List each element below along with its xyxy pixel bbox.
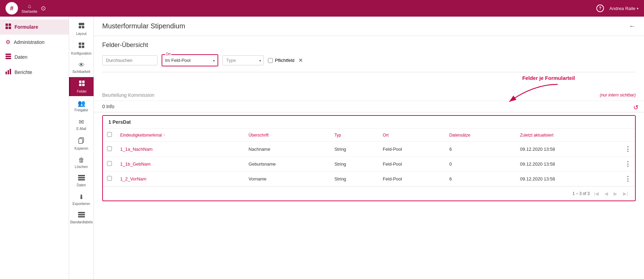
type-dropdown[interactable]: Type String Number Date Boolean <box>222 55 264 65</box>
ort-label: Ort <box>165 52 171 56</box>
row1-checkbox[interactable] <box>107 146 112 151</box>
svg-rect-1 <box>9 24 11 26</box>
row3-checkbox[interactable] <box>107 176 112 181</box>
sidebar-item-berichte[interactable]: Berichte <box>0 65 69 80</box>
table-row: 1_1a_NachNam Nachname String Feld-Pool 6… <box>103 142 635 157</box>
sort-icon-eindeutigkeit[interactable]: ↑ <box>163 133 165 137</box>
icon-sidebar-sichtbarkeit[interactable]: 👁 Sichtbarkeit <box>69 59 94 76</box>
row2-ueberschrift: Geburtsname <box>244 157 330 171</box>
annotation-area: Felder je Formularteil <box>94 72 644 90</box>
table-row: 1_1b_GebNam Geburtsname String Feld-Pool… <box>103 157 635 171</box>
sidebar-berichte-label: Berichte <box>15 69 32 75</box>
sidebar-formulare-label: Formulare <box>15 24 38 30</box>
row1-more-button[interactable]: ⋮ <box>625 146 631 152</box>
layout-icon <box>78 22 85 31</box>
pflichtfeld-checkbox[interactable] <box>268 58 273 63</box>
sidebar-item-formulare[interactable]: Formulare <box>0 19 69 35</box>
svg-rect-5 <box>6 56 11 57</box>
beurteilung-text: Beurteilung Kommission <box>102 92 154 98</box>
loeschen-label: Löschen <box>75 165 88 169</box>
icon-sidebar-layout[interactable]: Layout <box>69 19 94 38</box>
svg-rect-2 <box>6 27 8 29</box>
type-filter-wrapper: Type String Number Date Boolean ▾ <box>222 55 264 65</box>
col-eindeutigkeit: Eindeutigkeitsmerkmal ↑ <box>116 129 244 142</box>
back-button[interactable]: ← <box>629 22 636 30</box>
select-all-header <box>103 129 116 142</box>
kopieren-icon <box>78 137 85 146</box>
info-text: 0 Info <box>102 104 114 109</box>
row2-checkbox[interactable] <box>107 161 112 166</box>
icon-sidebar-loeschen[interactable]: 🗑 Löschen <box>69 154 94 171</box>
loeschen-icon: 🗑 <box>78 157 85 164</box>
pagination-prev[interactable]: ◀ <box>603 190 609 197</box>
standardlabels-label: Standardlabels <box>70 220 93 224</box>
topbar-home-button[interactable]: ⌂ Startseite <box>21 3 37 13</box>
topbar-center-icon[interactable]: ⊙ <box>41 4 46 12</box>
formulare-icon <box>6 24 11 30</box>
annotation-arrow <box>499 83 561 103</box>
main-layout: Formulare ⚙ Administration Daten Bericht… <box>0 17 644 279</box>
konfiguration-icon <box>78 42 85 50</box>
table-header: Eindeutigkeitsmerkmal ↑ Überschrift Typ … <box>103 129 635 142</box>
icon-sidebar-felder[interactable]: Felder <box>69 77 94 96</box>
col-datensaetze-label: Datensätze <box>449 133 470 138</box>
row1-ort: Feld-Pool <box>379 142 445 157</box>
user-name: Andrea Raile <box>609 6 635 11</box>
search-input[interactable] <box>102 55 157 65</box>
pagination-first[interactable]: |◀ <box>593 190 600 197</box>
svg-rect-15 <box>79 46 81 48</box>
svg-rect-26 <box>78 212 85 213</box>
row3-eindeutigkeit[interactable]: 1_2_VorNam <box>116 171 244 186</box>
filter-clear-button[interactable]: ✕ <box>298 57 303 64</box>
svg-rect-19 <box>79 84 81 86</box>
col-actions-header <box>621 129 635 142</box>
select-all-checkbox[interactable] <box>107 132 112 137</box>
refresh-button[interactable]: ↺ <box>633 104 638 111</box>
row3-checkbox-cell <box>103 171 116 186</box>
berichte-icon <box>6 69 11 76</box>
administration-icon: ⚙ <box>6 39 10 45</box>
svg-rect-14 <box>82 43 84 45</box>
row2-datensaetze: 0 <box>445 157 516 171</box>
sidebar-item-administration[interactable]: ⚙ Administration <box>0 35 69 49</box>
row3-zuletzt: 09.12.2020 13:58 <box>516 171 621 186</box>
topbar-logo[interactable]: # <box>6 2 18 15</box>
pagination-next[interactable]: ▶ <box>612 190 619 197</box>
row3-more-button[interactable]: ⋮ <box>625 175 631 182</box>
row3-typ: String <box>330 171 378 186</box>
row2-eindeutigkeit[interactable]: 1_1b_GebNam <box>116 157 244 171</box>
sidebar-item-daten[interactable]: Daten <box>0 49 69 65</box>
email-icon: ✉ <box>79 118 84 126</box>
icon-sidebar-freigabe[interactable]: 👥 Freigabe <box>69 97 94 115</box>
help-button[interactable]: ? <box>596 4 604 12</box>
ort-dropdown[interactable]: Im Feld-Pool Formular Alle <box>162 55 218 66</box>
svg-rect-17 <box>79 81 81 83</box>
home-label: Startseite <box>21 9 37 13</box>
beurteilung-row: Beurteilung Kommission (nur intern sicht… <box>94 90 644 101</box>
konfiguration-label: Konfiguration <box>71 52 92 55</box>
row2-more-cell: ⋮ <box>621 157 635 171</box>
icon-sidebar-daten[interactable]: Daten <box>69 172 94 190</box>
icon-sidebar-email[interactable]: ✉ E-Mail <box>69 115 94 133</box>
icon-sidebar-konfiguration[interactable]: Konfiguration <box>69 39 94 58</box>
row2-more-button[interactable]: ⋮ <box>625 160 631 167</box>
row1-eindeutigkeit[interactable]: 1_1a_NachNam <box>116 142 244 157</box>
standardlabels-icon <box>78 212 85 219</box>
row3-more-cell: ⋮ <box>621 171 635 186</box>
icon-sidebar-kopieren[interactable]: Kopieren <box>69 134 94 153</box>
felder-label: Felder <box>77 90 87 93</box>
icon-sidebar-standardlabels[interactable]: Standardlabels <box>69 209 94 227</box>
col-eindeutigkeit-label: Eindeutigkeitsmerkmal <box>120 133 162 138</box>
page-header: Musterformular Stipendium ← <box>94 17 644 36</box>
svg-rect-16 <box>82 46 84 48</box>
col-ueberschrift: Überschrift <box>244 129 330 142</box>
pagination-last[interactable]: ▶| <box>622 190 629 197</box>
icon-sidebar-exportieren[interactable]: ⬇ Exportieren <box>69 190 94 208</box>
row3-datensaetze: 6 <box>445 171 516 186</box>
pagination-range: 1 – 3 of 3 <box>573 191 590 196</box>
topbar-right: ? Andrea Raile ▾ <box>596 4 638 12</box>
col-ueberschrift-label: Überschrift <box>249 133 269 138</box>
user-menu[interactable]: Andrea Raile ▾ <box>609 6 638 11</box>
svg-rect-27 <box>78 214 85 215</box>
col-ort: Ort <box>379 129 445 142</box>
